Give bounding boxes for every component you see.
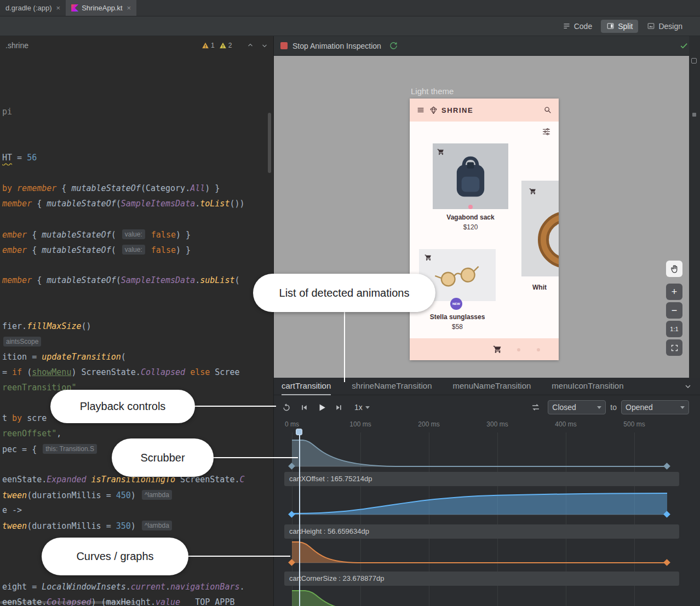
code-line[interactable]: ition = updateTransition(: [2, 349, 126, 365]
mode-design-label: Design: [658, 22, 682, 31]
stop-animation-label[interactable]: Stop Animation Inspection: [292, 42, 381, 50]
zoom-fit-button[interactable]: [666, 339, 682, 356]
skip-to-end-button[interactable]: [334, 403, 343, 412]
mode-split-button[interactable]: Split: [601, 20, 638, 33]
code-token: .: [195, 275, 200, 285]
code-line[interactable]: member { mutableStateOf(SampleItemsData.…: [2, 196, 245, 211]
code-line[interactable]: pec = { this: Transition.S: [2, 441, 98, 457]
product-price: $120: [433, 223, 508, 231]
animation-tab-menuNameTransition[interactable]: menuNameTransition: [452, 378, 531, 395]
code-line[interactable]: t by scre: [2, 411, 47, 426]
code-token: 56: [27, 153, 37, 163]
code-line[interactable]: ember { mutableStateOf( value: false) }: [2, 227, 191, 242]
vertical-scrollbar[interactable]: [268, 113, 271, 173]
animation-curve-row: [274, 486, 682, 524]
error-triangle-icon: [202, 42, 209, 49]
animation-curve-row: [274, 586, 682, 606]
zoom-actual-button[interactable]: 1:1: [666, 321, 682, 337]
backpack-image: [450, 153, 491, 201]
inlay-hint: aintsScope: [3, 337, 41, 347]
tab-shrineapp-kt[interactable]: ShrineApp.kt ×: [66, 0, 136, 16]
code-token: eenState.: [2, 475, 47, 484]
to-state-dropdown[interactable]: Opened: [621, 400, 689, 414]
code-line[interactable]: member { mutableStateOf(SampleItemsData.…: [2, 273, 240, 288]
code-editor[interactable]: .shrine 1 2 piHT = 56by remember { mutab…: [0, 36, 274, 606]
inspections-widget[interactable]: 1 2: [202, 42, 232, 49]
code-token: fier.: [2, 321, 27, 331]
code-token: ) }: [205, 183, 220, 193]
code-area[interactable]: piHT = 56by remember { mutableStateOf(Ca…: [0, 58, 273, 606]
code-line[interactable]: aintsScope: [2, 334, 42, 349]
mode-design-button[interactable]: Design: [641, 20, 688, 33]
skip-to-start-button[interactable]: [300, 403, 309, 412]
speed-selector[interactable]: 1x: [354, 403, 370, 412]
close-icon[interactable]: ×: [56, 4, 61, 11]
code-token: 350: [116, 521, 131, 531]
horizontal-scrollbar[interactable]: [0, 601, 137, 604]
play-button[interactable]: [317, 402, 327, 413]
code-line[interactable]: ember { mutableStateOf( value: false) }: [2, 242, 191, 257]
code-token: e ->: [2, 505, 22, 515]
pan-hand-icon: [670, 264, 679, 274]
code-token: updateTransition: [42, 352, 121, 362]
animation-tab-cartTransition[interactable]: cartTransition: [282, 378, 331, 395]
inlay-hint: ^lambda: [142, 490, 172, 500]
close-icon[interactable]: ×: [127, 4, 131, 11]
zoom-out-button[interactable]: −: [666, 302, 682, 319]
code-token: ,: [56, 429, 61, 438]
pan-button[interactable]: [666, 261, 682, 277]
code-line[interactable]: by remember { mutableStateOf(Category.Al…: [2, 181, 220, 196]
code-icon: [563, 22, 571, 30]
chevron-down-icon: [597, 406, 601, 409]
breadcrumb[interactable]: .shrine: [5, 41, 28, 50]
prev-issue-chevron-up-icon[interactable]: [246, 42, 254, 49]
callout-connector: [344, 311, 345, 382]
code-token: toList: [200, 199, 229, 209]
zoom-in-button[interactable]: +: [666, 284, 682, 300]
next-issue-chevron-down-icon[interactable]: [261, 42, 268, 49]
code-token: tween: [2, 490, 27, 500]
tabs-overflow-chevron-down-icon[interactable]: [684, 382, 692, 391]
code-line[interactable]: HT = 56: [2, 150, 37, 165]
code-line[interactable]: = if (showMenu) ScreenState.Collapsed el…: [2, 365, 240, 380]
callout-label: Playback controls: [80, 400, 166, 413]
from-state-dropdown[interactable]: Closed: [548, 400, 606, 414]
android-studio-window: d.gradle (:app) × ShrineApp.kt × Code Sp…: [0, 0, 700, 606]
animation-curve: [274, 586, 682, 606]
animation-tab-menuIconTransition[interactable]: menuIconTransition: [552, 378, 623, 395]
code-line[interactable]: eenState.Collapsed) (maxHeight.value TOP…: [2, 595, 234, 606]
filter-tune-icon: [542, 127, 551, 136]
refresh-icon[interactable]: [389, 41, 398, 50]
success-check-icon: [679, 41, 688, 50]
code-line[interactable]: reenOffset",: [2, 426, 61, 441]
code-token: ) }: [176, 230, 191, 240]
stop-icon[interactable]: [280, 42, 288, 49]
scrubber-handle[interactable]: [296, 429, 302, 435]
code-line[interactable]: e ->: [2, 503, 22, 518]
animation-tab-shrineNameTransition[interactable]: shrineNameTransition: [352, 378, 432, 395]
code-token: pi: [2, 107, 12, 117]
code-line[interactable]: tween(durationMillis = 350) ^lambda: [2, 518, 173, 533]
code-token: {: [32, 275, 47, 285]
code-token: eight =: [2, 582, 42, 592]
curve-value-label: cartXOffset : 165.75214dp: [284, 472, 679, 486]
animation-curve-row: [274, 434, 682, 472]
code-token: current: [131, 582, 165, 592]
code-line[interactable]: tween(durationMillis = 450) ^lambda: [2, 487, 173, 503]
swap-states-button[interactable]: [531, 402, 541, 412]
code-token: [185, 367, 190, 377]
mode-code-button[interactable]: Code: [557, 20, 598, 33]
tab-gradle-file[interactable]: d.gradle (:app) ×: [0, 0, 66, 16]
code-line[interactable]: pi: [2, 104, 12, 119]
code-line[interactable]: fier.fillMaxSize(): [2, 319, 91, 334]
restart-button[interactable]: [282, 402, 291, 412]
code-token: SampleItemsData: [121, 275, 195, 285]
inlay-hint: ^lambda: [142, 521, 172, 530]
scrubber-line[interactable]: [299, 430, 300, 606]
code-token: (durationMillis =: [27, 521, 116, 531]
code-token: [146, 230, 151, 240]
ruler-tick-label: 300 ms: [486, 420, 508, 428]
code-token: .: [240, 582, 245, 592]
plus-icon: +: [672, 286, 678, 298]
code-line[interactable]: eight = LocalWindowInsets.current.naviga…: [2, 579, 245, 595]
